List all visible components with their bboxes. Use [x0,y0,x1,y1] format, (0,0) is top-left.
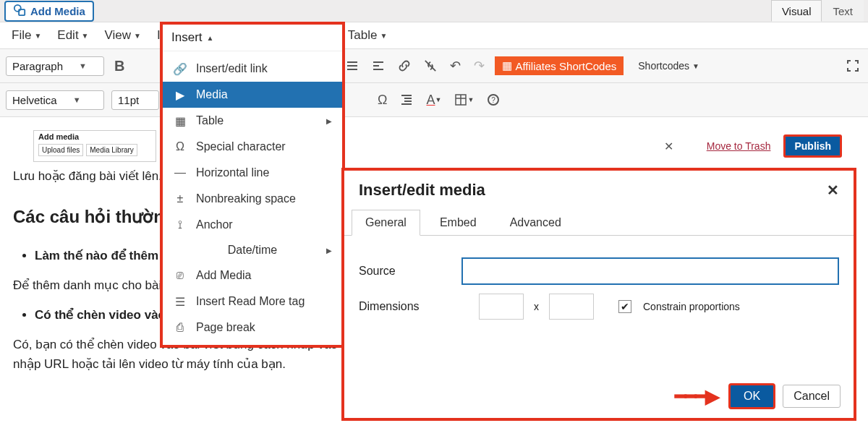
caret-down-icon: ▼ [467,96,474,103]
cancel-button[interactable]: Cancel [783,385,841,408]
svg-point-0 [14,4,21,11]
fontsize-select[interactable]: 11pt [111,90,159,110]
chevron-down-icon: ▼ [79,61,87,70]
caret-down-icon: ▼ [435,96,441,103]
insert-table[interactable]: ▦Table▶ [163,108,342,134]
insert-special[interactable]: ΩSpecial character [163,134,342,160]
ok-button[interactable]: OK [728,383,775,409]
fullscreen-button[interactable] [843,58,862,74]
hr-icon: — [173,166,187,180]
chevron-down-icon: ▼ [73,95,81,104]
move-to-trash-link[interactable]: Move to Trash [707,140,771,152]
bookmark-icon: ⟟ [173,218,187,232]
dimensions-label: Dimensions [359,300,454,313]
readmore-icon: ☰ [173,294,187,309]
insert-pagebreak[interactable]: ⎙Page break [163,315,342,341]
constrain-label: Constrain proportions [643,301,740,312]
undo-button[interactable]: ↶ [447,56,464,75]
insert-add-media[interactable]: ⎚Add Media [163,262,342,288]
publish-button[interactable]: Publish [783,134,842,158]
insert-nbsp[interactable]: ±Nonbreaking space [163,186,342,212]
submenu-arrow-icon: ▶ [326,117,332,125]
tab-visual[interactable]: Visual [771,0,822,22]
dialog-tab-embed[interactable]: Embed [426,210,490,235]
add-media-label: Add Media [30,5,85,17]
insert-hr[interactable]: —Horizontal line [163,160,342,186]
insert-link[interactable]: 🔗Insert/edit link [163,56,342,82]
table-icon: ▦ [173,114,187,128]
redo-button[interactable]: ↷ [471,56,488,75]
close-icon[interactable]: ✕ [664,140,673,153]
grid-icon: ▦ [502,59,512,72]
unlink-button[interactable] [421,58,440,74]
height-input[interactable] [549,294,594,320]
link-button[interactable] [395,58,414,74]
caret-down-icon: ▼ [134,32,141,40]
dialog-tab-general[interactable]: General [352,210,420,236]
outdent-button[interactable] [397,92,416,108]
insert-datetime[interactable]: Date/time▶ [163,238,342,262]
insert-media[interactable]: ▶Media [163,82,342,108]
link-icon: 🔗 [173,61,187,76]
caret-down-icon: ▼ [82,32,89,40]
affiliates-button[interactable]: ▦Affiliates ShortCodes [495,56,624,75]
media-icon [13,4,26,19]
tab-text[interactable]: Text [822,0,864,22]
add-media-button[interactable]: Add Media [4,1,94,22]
insert-dropdown: Insert▲ 🔗Insert/edit link ▶Media ▦Table▶… [160,22,345,348]
caret-down-icon: ▼ [692,62,699,70]
insert-dropdown-header[interactable]: Insert▲ [163,25,342,51]
source-input[interactable] [461,257,839,285]
insert-anchor[interactable]: ⟟Anchor [163,212,342,238]
help-button[interactable]: ? [484,92,503,108]
bold-button[interactable]: B [111,56,127,76]
caret-down-icon: ▼ [380,32,387,40]
constrain-checkbox[interactable]: ✔ [618,300,631,313]
font-select[interactable]: Helvetica▼ [6,90,104,110]
caret-down-icon: ▼ [34,32,41,40]
menu-edit[interactable]: Edit▼ [50,25,95,46]
menu-table[interactable]: Table▼ [341,25,395,46]
paragraph-select[interactable]: Paragraph▼ [6,56,104,76]
align-justify-button[interactable] [343,58,362,74]
submenu-arrow-icon: ▶ [326,247,332,255]
omega-icon: Ω [173,140,187,154]
source-label: Source [359,265,454,278]
menu-view[interactable]: View▼ [98,25,148,46]
insert-readmore[interactable]: ☰Insert Read More tag [163,288,342,315]
dim-separator: x [534,301,539,312]
close-icon[interactable]: ✕ [827,181,839,199]
media-icon: ▶ [173,87,187,102]
nbsp-icon: ± [173,192,187,206]
align-left-button[interactable] [369,58,388,74]
svg-text:?: ? [492,96,496,104]
table-button[interactable]: ▼ [451,92,477,108]
caret-up-icon: ▲ [207,34,214,42]
dialog-title: Insert/edit media [359,181,485,200]
dialog-tab-advanced[interactable]: Advanced [496,210,575,235]
arrow-right-icon: ━━━▶ [675,385,718,408]
omega-button[interactable]: Ω [375,91,390,109]
text-color-button[interactable]: A▼ [423,91,444,109]
pagebreak-icon: ⎙ [173,320,187,335]
width-input[interactable] [479,294,524,320]
shortcodes-button[interactable]: Shortcodes▼ [631,57,707,74]
media-icon: ⎚ [173,268,187,283]
insert-media-dialog: Insert/edit media ✕ General Embed Advanc… [341,168,856,421]
menu-file[interactable]: File▼ [4,25,48,46]
